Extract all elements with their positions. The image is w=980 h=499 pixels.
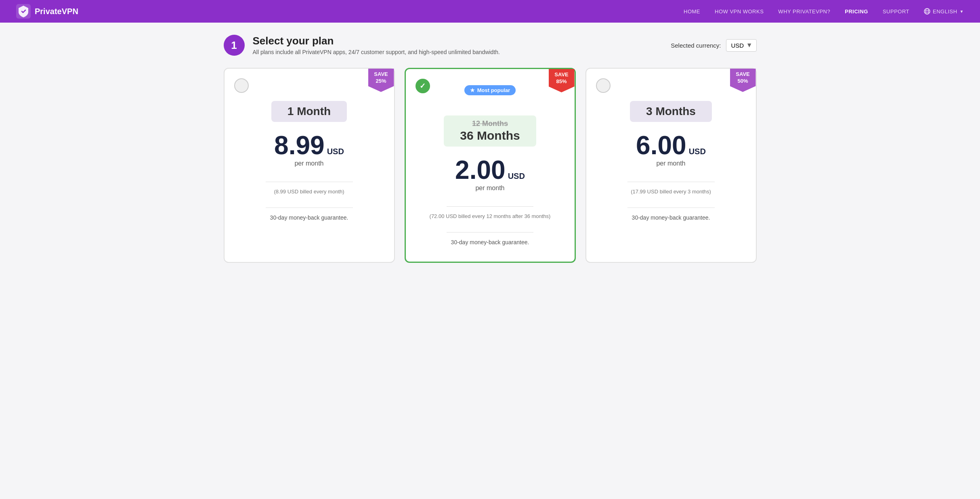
nav-how-vpn-works[interactable]: HOW VPN WORKS — [715, 8, 764, 15]
plan-3months-duration-label: 3 Months — [646, 105, 696, 117]
plan-1month-divider2 — [266, 208, 353, 208]
lang-chevron-icon: ▼ — [960, 9, 964, 14]
logo-icon — [16, 4, 31, 19]
plan-1month-radio[interactable] — [234, 78, 249, 93]
plan-3months-divider — [627, 182, 715, 182]
plan-36months-billing: (72.00 USD billed every 12 months after … — [430, 213, 551, 219]
plan-3months-per-month: per month — [656, 160, 685, 167]
plan-1month-money-back: 30-day money-back guarantee. — [270, 214, 348, 221]
plan-3months-price-number: 6.00 — [636, 132, 686, 158]
plan-3months-duration: 3 Months — [630, 101, 712, 122]
plan-36months-money-back: 30-day money-back guarantee. — [451, 239, 529, 245]
step-text: Select your plan All plans include all P… — [253, 35, 500, 55]
plan-1month-divider — [266, 182, 353, 182]
page-title: Select your plan — [253, 35, 500, 47]
currency-dropdown[interactable]: USD EUR GBP — [726, 39, 757, 52]
currency-wrapper: USD EUR GBP ▼ — [726, 39, 757, 52]
most-popular-label: Most popular — [477, 87, 510, 93]
plan-36months-price-number: 2.00 — [455, 157, 506, 183]
globe-icon — [924, 8, 930, 15]
plan-1month-price: 8.99 USD — [274, 132, 344, 158]
plan-1month-price-currency: USD — [327, 147, 344, 156]
main-content: 1 Select your plan All plans include all… — [208, 23, 773, 287]
star-icon: ★ — [470, 87, 475, 93]
plan-1month-per-month: per month — [294, 160, 323, 167]
navigation: PrivateVPN HOME HOW VPN WORKS WHY PRIVAT… — [0, 0, 980, 23]
plan-36months-per-month: per month — [475, 185, 504, 192]
plan-3months-divider2 — [627, 208, 715, 208]
plan-36months-strikethrough: 12 Months — [460, 120, 520, 128]
svg-point-1 — [924, 8, 930, 14]
plan-1month-duration: 1 Month — [271, 101, 347, 122]
plan-36months-price-currency: USD — [508, 172, 525, 181]
plan-1month[interactable]: SAVE 25% 1 Month 8.99 USD per month (8.9… — [224, 68, 395, 263]
currency-selector: Selected currency: USD EUR GBP ▼ — [671, 39, 756, 52]
nav-support[interactable]: SUPPORT — [883, 8, 909, 15]
plan-1month-billing: (8.99 USD billed every month) — [274, 189, 344, 195]
plan-36months-duration-label: 36 Months — [460, 129, 520, 142]
lang-label: ENGLISH — [933, 8, 957, 15]
logo[interactable]: PrivateVPN — [16, 4, 78, 19]
nav-links: HOME HOW VPN WORKS WHY PRIVATEVPN? PRICI… — [684, 8, 909, 15]
plan-1month-save-badge: SAVE 25% — [368, 69, 394, 92]
logo-text: PrivateVPN — [35, 7, 78, 16]
page-subtitle: All plans include all PrivateVPN apps, 2… — [253, 49, 500, 55]
plan-36months-radio[interactable] — [416, 79, 430, 93]
plan-3months-radio[interactable] — [596, 78, 611, 93]
nav-home[interactable]: HOME — [684, 8, 700, 15]
step-header: 1 Select your plan All plans include all… — [224, 35, 757, 56]
plan-3months-money-back: 30-day money-back guarantee. — [632, 214, 710, 221]
plan-36months-divider2 — [447, 232, 533, 233]
plan-36months[interactable]: ★ Most popular SAVE 85% 12 Months 36 Mon… — [405, 68, 576, 263]
plan-1month-price-number: 8.99 — [274, 132, 325, 158]
plan-3months-save-badge: SAVE 50% — [730, 69, 756, 92]
plan-3months-price-currency: USD — [689, 147, 706, 156]
nav-why-privatevpn[interactable]: WHY PRIVATEVPN? — [778, 8, 830, 15]
plan-36months-price: 2.00 USD — [455, 157, 525, 183]
plans-container: SAVE 25% 1 Month 8.99 USD per month (8.9… — [224, 68, 757, 263]
plan-3months[interactable]: SAVE 50% 3 Months 6.00 USD per month (17… — [585, 68, 757, 263]
most-popular-badge: ★ Most popular — [464, 85, 516, 95]
plan-36months-divider — [447, 206, 533, 207]
plan-36months-save-badge: SAVE 85% — [549, 69, 575, 92]
plan-36months-duration: 12 Months 36 Months — [444, 115, 536, 147]
plan-3months-price: 6.00 USD — [636, 132, 706, 158]
plan-1month-duration-label: 1 Month — [287, 105, 331, 117]
language-selector[interactable]: ENGLISH ▼ — [924, 8, 964, 15]
step-number: 1 — [224, 35, 245, 56]
nav-pricing[interactable]: PRICING — [845, 8, 868, 15]
plan-3months-billing: (17.99 USD billed every 3 months) — [631, 189, 711, 195]
currency-label: Selected currency: — [671, 42, 721, 49]
svg-point-2 — [926, 8, 929, 14]
